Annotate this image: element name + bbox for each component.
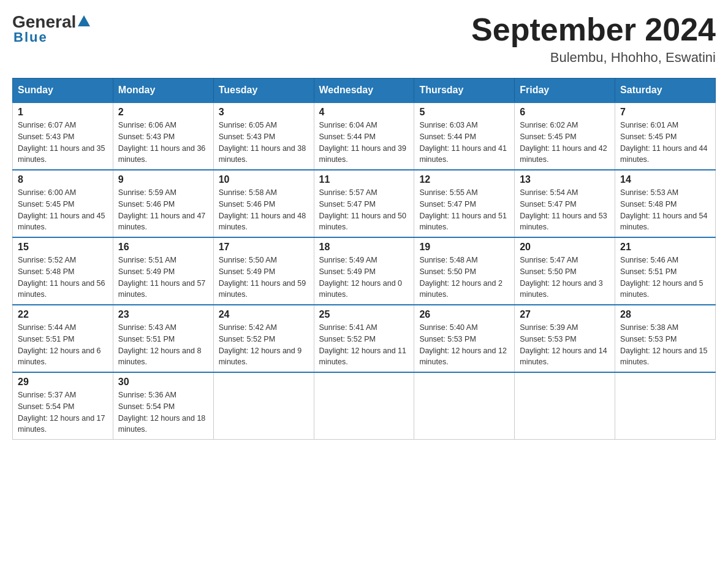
day-info: Sunrise: 5:48 AMSunset: 5:50 PMDaylight:…: [419, 255, 509, 301]
day-number: 19: [419, 242, 509, 253]
day-info: Sunrise: 6:00 AMSunset: 5:45 PMDaylight:…: [18, 187, 108, 233]
day-number: 3: [219, 107, 309, 118]
day-info: Sunrise: 5:36 AMSunset: 5:54 PMDaylight:…: [118, 389, 208, 435]
day-number: 6: [520, 107, 610, 118]
calendar-cell: 26Sunrise: 5:40 AMSunset: 5:53 PMDayligh…: [414, 305, 515, 372]
day-number: 5: [419, 107, 509, 118]
day-number: 14: [620, 174, 710, 185]
calendar-table: Sunday Monday Tuesday Wednesday Thursday…: [12, 78, 716, 440]
calendar-cell: 24Sunrise: 5:42 AMSunset: 5:52 PMDayligh…: [213, 305, 314, 372]
col-wednesday: Wednesday: [314, 79, 414, 103]
calendar-week-3: 15Sunrise: 5:52 AMSunset: 5:48 PMDayligh…: [13, 237, 716, 305]
day-info: Sunrise: 6:02 AMSunset: 5:45 PMDaylight:…: [520, 120, 610, 166]
calendar-cell: 10Sunrise: 5:58 AMSunset: 5:46 PMDayligh…: [213, 170, 314, 237]
day-number: 23: [118, 309, 208, 320]
calendar-cell: 21Sunrise: 5:46 AMSunset: 5:51 PMDayligh…: [615, 237, 716, 305]
calendar-cell: 19Sunrise: 5:48 AMSunset: 5:50 PMDayligh…: [414, 237, 515, 305]
page-header: General Blue September 2024 Bulembu, Hho…: [12, 12, 716, 66]
day-number: 21: [620, 242, 710, 253]
day-info: Sunrise: 6:05 AMSunset: 5:43 PMDaylight:…: [219, 120, 309, 166]
calendar-week-5: 29Sunrise: 5:37 AMSunset: 5:54 PMDayligh…: [13, 372, 716, 440]
day-number: 25: [319, 309, 409, 320]
calendar-cell: 3Sunrise: 6:05 AMSunset: 5:43 PMDaylight…: [213, 102, 314, 170]
calendar-cell: 28Sunrise: 5:38 AMSunset: 5:53 PMDayligh…: [615, 305, 716, 372]
day-number: 11: [319, 174, 409, 185]
day-info: Sunrise: 5:41 AMSunset: 5:52 PMDaylight:…: [319, 322, 409, 368]
calendar-cell: 5Sunrise: 6:03 AMSunset: 5:44 PMDaylight…: [414, 102, 515, 170]
day-info: Sunrise: 5:52 AMSunset: 5:48 PMDaylight:…: [18, 255, 108, 301]
calendar-cell: [615, 372, 716, 440]
calendar-cell: 7Sunrise: 6:01 AMSunset: 5:45 PMDaylight…: [615, 102, 716, 170]
day-info: Sunrise: 5:43 AMSunset: 5:51 PMDaylight:…: [118, 322, 208, 368]
day-info: Sunrise: 5:50 AMSunset: 5:49 PMDaylight:…: [219, 255, 309, 301]
day-info: Sunrise: 5:39 AMSunset: 5:53 PMDaylight:…: [520, 322, 610, 368]
day-number: 9: [118, 174, 208, 185]
day-number: 4: [319, 107, 409, 118]
calendar-cell: 8Sunrise: 6:00 AMSunset: 5:45 PMDaylight…: [13, 170, 113, 237]
calendar-cell: [515, 372, 615, 440]
calendar-cell: 23Sunrise: 5:43 AMSunset: 5:51 PMDayligh…: [113, 305, 213, 372]
day-number: 26: [419, 309, 509, 320]
day-info: Sunrise: 5:49 AMSunset: 5:49 PMDaylight:…: [319, 255, 409, 301]
day-number: 29: [18, 377, 108, 388]
day-info: Sunrise: 5:46 AMSunset: 5:51 PMDaylight:…: [620, 255, 710, 301]
day-info: Sunrise: 5:42 AMSunset: 5:52 PMDaylight:…: [219, 322, 309, 368]
calendar-cell: [414, 372, 515, 440]
title-area: September 2024 Bulembu, Hhohho, Eswatini: [471, 12, 716, 66]
day-info: Sunrise: 5:38 AMSunset: 5:53 PMDaylight:…: [620, 322, 710, 368]
day-info: Sunrise: 5:40 AMSunset: 5:53 PMDaylight:…: [419, 322, 509, 368]
col-friday: Friday: [515, 79, 615, 103]
day-number: 10: [219, 174, 309, 185]
logo-blue-text: Blue: [12, 29, 48, 45]
logo: General Blue: [12, 12, 91, 45]
day-info: Sunrise: 5:53 AMSunset: 5:48 PMDaylight:…: [620, 187, 710, 233]
calendar-cell: 13Sunrise: 5:54 AMSunset: 5:47 PMDayligh…: [515, 170, 615, 237]
col-thursday: Thursday: [414, 79, 515, 103]
day-info: Sunrise: 5:37 AMSunset: 5:54 PMDaylight:…: [18, 389, 108, 435]
day-number: 27: [520, 309, 610, 320]
day-number: 1: [18, 107, 108, 118]
day-info: Sunrise: 5:59 AMSunset: 5:46 PMDaylight:…: [118, 187, 208, 233]
day-number: 30: [118, 377, 208, 388]
day-info: Sunrise: 5:55 AMSunset: 5:47 PMDaylight:…: [419, 187, 509, 233]
calendar-cell: 2Sunrise: 6:06 AMSunset: 5:43 PMDaylight…: [113, 102, 213, 170]
col-tuesday: Tuesday: [213, 79, 314, 103]
calendar-cell: 17Sunrise: 5:50 AMSunset: 5:49 PMDayligh…: [213, 237, 314, 305]
day-info: Sunrise: 5:51 AMSunset: 5:49 PMDaylight:…: [118, 255, 208, 301]
calendar-cell: 22Sunrise: 5:44 AMSunset: 5:51 PMDayligh…: [13, 305, 113, 372]
calendar-cell: 12Sunrise: 5:55 AMSunset: 5:47 PMDayligh…: [414, 170, 515, 237]
calendar-cell: 15Sunrise: 5:52 AMSunset: 5:48 PMDayligh…: [13, 237, 113, 305]
calendar-cell: [314, 372, 414, 440]
day-number: 13: [520, 174, 610, 185]
day-info: Sunrise: 5:44 AMSunset: 5:51 PMDaylight:…: [18, 322, 108, 368]
calendar-week-2: 8Sunrise: 6:00 AMSunset: 5:45 PMDaylight…: [13, 170, 716, 237]
month-title: September 2024: [471, 12, 716, 47]
day-info: Sunrise: 6:06 AMSunset: 5:43 PMDaylight:…: [118, 120, 208, 166]
col-saturday: Saturday: [615, 79, 716, 103]
calendar-cell: 29Sunrise: 5:37 AMSunset: 5:54 PMDayligh…: [13, 372, 113, 440]
day-info: Sunrise: 6:07 AMSunset: 5:43 PMDaylight:…: [18, 120, 108, 166]
day-number: 16: [118, 242, 208, 253]
calendar-cell: 30Sunrise: 5:36 AMSunset: 5:54 PMDayligh…: [113, 372, 213, 440]
svg-marker-0: [78, 15, 90, 26]
day-number: 17: [219, 242, 309, 253]
day-info: Sunrise: 6:01 AMSunset: 5:45 PMDaylight:…: [620, 120, 710, 166]
calendar-cell: 9Sunrise: 5:59 AMSunset: 5:46 PMDaylight…: [113, 170, 213, 237]
day-info: Sunrise: 5:54 AMSunset: 5:47 PMDaylight:…: [520, 187, 610, 233]
day-number: 15: [18, 242, 108, 253]
day-info: Sunrise: 5:58 AMSunset: 5:46 PMDaylight:…: [219, 187, 309, 233]
day-number: 18: [319, 242, 409, 253]
calendar-cell: 27Sunrise: 5:39 AMSunset: 5:53 PMDayligh…: [515, 305, 615, 372]
calendar-cell: 11Sunrise: 5:57 AMSunset: 5:47 PMDayligh…: [314, 170, 414, 237]
logo-triangle-icon: [77, 14, 91, 28]
day-number: 24: [219, 309, 309, 320]
calendar-cell: [213, 372, 314, 440]
calendar-cell: 6Sunrise: 6:02 AMSunset: 5:45 PMDaylight…: [515, 102, 615, 170]
day-number: 28: [620, 309, 710, 320]
calendar-header-row: Sunday Monday Tuesday Wednesday Thursday…: [13, 79, 716, 103]
location-title: Bulembu, Hhohho, Eswatini: [471, 50, 716, 66]
calendar-week-1: 1Sunrise: 6:07 AMSunset: 5:43 PMDaylight…: [13, 102, 716, 170]
col-monday: Monday: [113, 79, 213, 103]
day-number: 22: [18, 309, 108, 320]
calendar-cell: 1Sunrise: 6:07 AMSunset: 5:43 PMDaylight…: [13, 102, 113, 170]
